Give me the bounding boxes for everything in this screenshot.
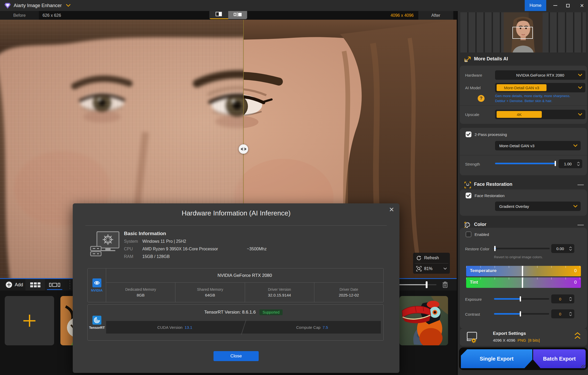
exposure-spinner[interactable] (569, 297, 574, 301)
ai-model-value: More-Detail GAN v3 (497, 84, 547, 91)
export-settings-panel[interactable]: Export Settings 4096 X 4096 PNG [8 bits] (460, 329, 587, 346)
face-mode-dropdown[interactable]: Gradient Overlay (495, 202, 581, 211)
two-pass-model-dropdown[interactable]: More-Detail GAN v3 (495, 141, 581, 150)
hardware-dropdown[interactable]: NVIDIA GeForce RTX 2080 (495, 70, 585, 80)
maximize-button[interactable] (562, 0, 574, 11)
add-label: Add (15, 282, 23, 288)
titlebar: Aiarty Image Enhancer Home ✕ (0, 0, 588, 11)
collapse-section-button[interactable] (577, 225, 584, 225)
restore-hint: Revert to original image colors. (494, 255, 543, 259)
refresh-button[interactable]: Refresh (413, 253, 450, 263)
strength-label: Strength (465, 162, 480, 166)
model-help-icon[interactable]: ? (478, 95, 485, 102)
check-icon (466, 131, 471, 137)
chevron-down-icon (578, 113, 582, 116)
filmstrip-view-tab[interactable] (45, 279, 64, 291)
model-description: Gen more details, more clarity, more sha… (495, 93, 570, 103)
chevron-down-icon (573, 144, 577, 147)
add-image-tile[interactable] (5, 296, 54, 345)
ram-row: RAM 15GB / 128GB (124, 254, 133, 259)
tab-before[interactable]: Before (0, 11, 39, 20)
face-restoration-checkbox[interactable] (466, 193, 471, 198)
two-pass-checkbox[interactable] (466, 131, 471, 137)
contrast-value: 0 (551, 312, 569, 316)
slider-handle[interactable] (522, 266, 523, 276)
thumbnail-size-slider[interactable] (399, 284, 436, 285)
export-settings-summary: 4096 X 4096 PNG [8 bits] (493, 338, 540, 342)
split-view-toggle[interactable] (228, 10, 247, 19)
thumbnail-toucan[interactable] (399, 296, 448, 345)
gpu-stat-driver-date: Driver Date2025-12-02 (314, 283, 383, 302)
section-more-details: More Details AI (458, 56, 588, 64)
upscale-label: Upscale (465, 112, 479, 117)
expand-export-icon[interactable] (574, 332, 581, 339)
minimize-icon (553, 5, 557, 6)
gpu-name: NVIDIA GeForce RTX 2080 (106, 268, 383, 283)
export-buttons: Single Export Batch Export (459, 347, 588, 370)
cpu-label: CPU (124, 247, 133, 251)
cpu-row: CPU AMD Ryzen 9 3950X 16-Core Processor … (124, 247, 133, 251)
slider-knob[interactable] (426, 281, 428, 288)
minimize-button[interactable] (549, 0, 561, 11)
batch-export-button[interactable]: Batch Export (533, 349, 586, 368)
navigator-focus-rect[interactable] (512, 27, 533, 39)
dialog-close-icon[interactable]: ✕ (389, 206, 394, 213)
restore-color-slider[interactable] (494, 248, 550, 249)
single-view-icon (216, 12, 222, 16)
app-window: Aiarty Image Enhancer Home ✕ Before 626 … (0, 0, 588, 375)
hardware-label: Hardware (465, 73, 482, 77)
ai-model-dropdown[interactable]: More-Detail GAN v3 (495, 83, 585, 92)
ai-model-label: AI Model (465, 86, 481, 90)
restore-value: 0.00 (551, 246, 569, 251)
exposure-label: Exposure (465, 297, 482, 302)
refresh-label: Refresh (424, 256, 439, 260)
section-face-restoration: Face Restoration (458, 181, 588, 189)
upscale-value: 4K (497, 111, 542, 118)
add-image-button[interactable]: Add (3, 280, 26, 289)
single-export-button[interactable]: Single Export (461, 349, 532, 368)
slider-handle[interactable] (522, 277, 523, 288)
nvidia-brand-text: NVIDIA (91, 288, 102, 292)
single-view-toggle[interactable] (209, 10, 228, 19)
section-title: More Details AI (474, 56, 508, 62)
color-enabled-checkbox[interactable] (466, 231, 471, 237)
system-info-icon (90, 231, 124, 257)
dialog-close-button[interactable]: Close (214, 351, 259, 361)
delete-image-button[interactable] (442, 281, 449, 288)
restore-spinner[interactable] (569, 246, 574, 251)
temperature-slider[interactable]: Temperature 0 (466, 266, 581, 276)
resize-grip (581, 365, 586, 368)
more-details-panel: Hardware NVIDIA GeForce RTX 2080 AI Mode… (460, 66, 587, 124)
home-button[interactable]: Home (525, 0, 546, 11)
slider-handle[interactable] (555, 161, 556, 166)
ram-value: 15GB / 128GB (142, 254, 300, 259)
contrast-slider[interactable] (494, 313, 549, 315)
gpu-stat-dedicated-memory: Dedicated Memory8GB (106, 283, 175, 302)
tensorrt-logo-icon (92, 316, 101, 325)
strength-spinner[interactable] (577, 162, 582, 166)
slider-handle[interactable] (494, 246, 496, 251)
slider-ticks (466, 266, 581, 268)
export-settings-title: Export Settings (493, 331, 526, 336)
two-pass-label: 2-Pass processing (475, 132, 507, 137)
grid-view-tab[interactable] (25, 279, 45, 291)
compare-drag-handle[interactable] (239, 144, 248, 154)
close-window-button[interactable]: ✕ (576, 0, 588, 11)
handle-divider (243, 147, 244, 151)
exposure-slider[interactable] (494, 298, 549, 300)
app-menu-chevron-icon[interactable] (66, 4, 70, 7)
strength-value-box: 1.00 (559, 159, 582, 168)
two-pass-panel: 2-Pass processing More-Detail GAN v3 Str… (460, 128, 587, 175)
compare-mode-toggles (209, 10, 247, 19)
tint-slider[interactable]: Tint 0 (466, 277, 581, 288)
collapse-section-button[interactable] (577, 184, 584, 185)
tensorrt-details-bar: CUDA Version 13.1 Compute Cap 7.5 (106, 321, 381, 334)
slider-handle[interactable] (520, 311, 521, 316)
handle-left-arrow-icon (241, 147, 243, 151)
zoom-control[interactable]: 81% (413, 263, 450, 274)
upscale-dropdown[interactable]: 4K (495, 110, 585, 119)
tab-after[interactable]: After (418, 11, 453, 20)
strength-slider[interactable] (495, 163, 556, 164)
slider-handle[interactable] (520, 296, 521, 302)
contrast-spinner[interactable] (569, 312, 574, 316)
